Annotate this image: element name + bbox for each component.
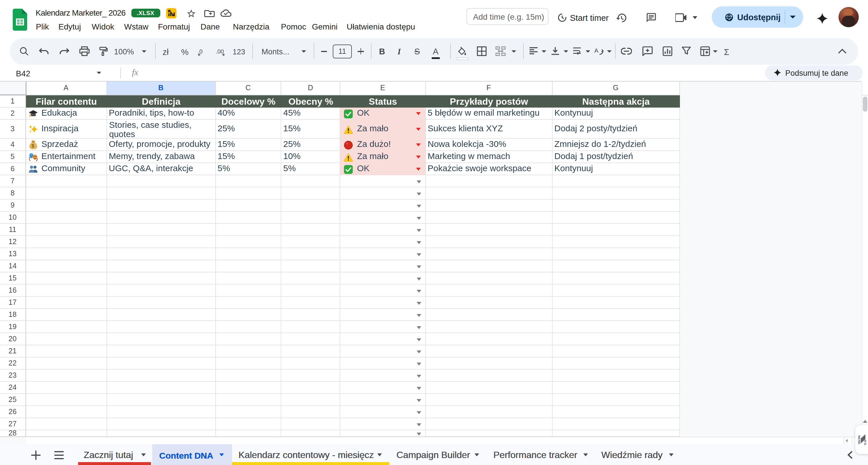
- svg-text:.00: .00: [216, 48, 224, 55]
- svg-text:.0: .0: [197, 48, 203, 55]
- svg-text:A: A: [594, 47, 598, 54]
- svg-text:$: $: [31, 143, 34, 148]
